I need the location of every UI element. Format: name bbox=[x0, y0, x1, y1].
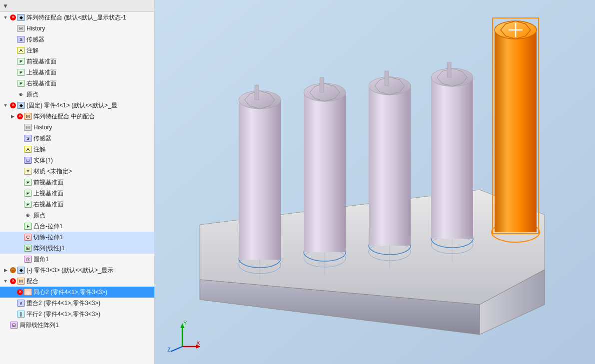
error-badge-array-mate: ✕ bbox=[17, 113, 23, 119]
tree-label-material1: 材质 <未指定> bbox=[33, 166, 72, 176]
error-badge-top-assembly: ✕ bbox=[10, 14, 16, 20]
expander-boss-extrude1 bbox=[16, 223, 23, 230]
tree-label-top-plane1: 上视基准面 bbox=[26, 67, 56, 77]
expander-material1 bbox=[16, 168, 23, 175]
tree-label-sensor1: 传感器 bbox=[26, 34, 44, 44]
svg-text:X: X bbox=[196, 340, 200, 346]
icon-history-history1: H bbox=[17, 25, 25, 32]
tree-item-array-mate[interactable]: ▶✕M阵列特征配合 中的配合 bbox=[0, 111, 154, 122]
expander-origin2 bbox=[16, 212, 23, 219]
tree-item-front-plane2[interactable]: P前视基准面 bbox=[0, 177, 154, 188]
icon-array-linear-array1: ⊞ bbox=[24, 245, 32, 252]
tree-label-right-plane1: 右视基准面 bbox=[26, 78, 56, 88]
tree-item-top-plane2[interactable]: P上视基准面 bbox=[0, 188, 154, 199]
tree-label-history1: History bbox=[26, 23, 45, 33]
tree-item-right-plane1[interactable]: P右视基准面 bbox=[0, 78, 154, 89]
tree-item-sensor1[interactable]: S传感器 bbox=[0, 34, 154, 45]
tree-label-front-plane2: 前视基准面 bbox=[33, 177, 63, 187]
tree-item-cut-extrude1[interactable]: C切除-拉伸1 bbox=[0, 232, 154, 243]
icon-plane-right-plane1: P bbox=[17, 80, 25, 87]
tree-item-sensor2[interactable]: S传感器 bbox=[0, 133, 154, 144]
svg-rect-6 bbox=[239, 100, 281, 260]
tree-item-origin2[interactable]: ⊕原点 bbox=[0, 210, 154, 221]
icon-fillet-fillet1: R bbox=[24, 256, 32, 263]
tree-item-material1[interactable]: ≡材质 <未指定> bbox=[0, 166, 154, 177]
tree-label-linear-array1: 阵列(线性)1 bbox=[33, 243, 65, 253]
svg-rect-18 bbox=[369, 86, 411, 246]
icon-coincident-coincident2: ∧ bbox=[17, 300, 25, 307]
tree-label-fillet1: 圆角1 bbox=[33, 254, 49, 264]
expander-component3[interactable]: ▶ bbox=[2, 267, 9, 274]
icon-local-array-local-linear-array1: ⊟ bbox=[10, 322, 18, 329]
3d-viewport: Y X Z bbox=[155, 0, 595, 364]
expander-concentric2 bbox=[9, 289, 16, 296]
expander-local-linear-array1 bbox=[2, 322, 9, 329]
expander-top-plane1 bbox=[9, 69, 16, 76]
expander-array-mate[interactable]: ▶ bbox=[9, 113, 16, 120]
icon-component-component3: ◆ bbox=[17, 267, 25, 274]
scene-svg bbox=[155, 0, 595, 364]
tree-label-component4: (固定) 零件4<1> (默认<<默认>_显 bbox=[26, 100, 117, 110]
tree-item-top-assembly[interactable]: ▼✕◆阵列特征配合 (默认<默认_显示状态-1 bbox=[0, 12, 154, 23]
tree-item-fillet1[interactable]: R圆角1 bbox=[0, 254, 154, 265]
expander-fillet1 bbox=[16, 256, 23, 263]
tree-item-solid1[interactable]: □实体(1) bbox=[0, 155, 154, 166]
expander-parallel2 bbox=[9, 311, 16, 318]
tree-item-local-linear-array1[interactable]: ⊟局部线性阵列1 bbox=[0, 320, 154, 331]
icon-origin-origin1: ⊕ bbox=[17, 91, 25, 98]
expander-component4[interactable]: ▼ bbox=[2, 102, 9, 109]
icon-feature-boss-extrude1: F bbox=[24, 223, 32, 230]
tree-item-component3[interactable]: ▶−◆(-) 零件3<3> (默认<<默认>_显示 bbox=[0, 265, 154, 276]
tree-label-array-mate: 阵列特征配合 中的配合 bbox=[33, 111, 95, 121]
tree-item-origin1[interactable]: ⊕原点 bbox=[0, 89, 154, 100]
tree-label-coincident2: 重合2 (零件4<1>,零件3<3>) bbox=[26, 298, 100, 308]
icon-plane-right-plane2: P bbox=[24, 201, 32, 208]
expander-front-plane1 bbox=[9, 58, 16, 65]
tree-item-top-plane1[interactable]: P上视基准面 bbox=[0, 67, 154, 78]
expander-sensor1 bbox=[9, 36, 16, 43]
tree-item-annotation1[interactable]: A注解 bbox=[0, 45, 154, 56]
expander-annotation1 bbox=[9, 47, 16, 54]
icon-material-material1: ≡ bbox=[24, 168, 32, 175]
tree-item-history1[interactable]: HHistory bbox=[0, 23, 154, 34]
tree-item-concentric2[interactable]: ✕◎同心2 (零件4<1>,零件3<3>) bbox=[0, 287, 154, 298]
tree-label-top-assembly: 阵列特征配合 (默认<默认_显示状态-1 bbox=[26, 12, 126, 22]
svg-rect-29 bbox=[495, 30, 537, 232]
svg-rect-21 bbox=[385, 71, 389, 86]
tree-item-right-plane2[interactable]: P右视基准面 bbox=[0, 199, 154, 210]
tree-label-right-plane2: 右视基准面 bbox=[33, 199, 63, 209]
tree-label-solid1: 实体(1) bbox=[33, 155, 53, 165]
icon-annotation-annotation2: A bbox=[24, 146, 32, 153]
icon-component-component4: ◆ bbox=[17, 102, 25, 109]
expander-annotation2 bbox=[16, 146, 23, 153]
tree-item-history2[interactable]: HHistory bbox=[0, 122, 154, 133]
expander-top-assembly[interactable]: ▼ bbox=[2, 14, 9, 21]
tree-item-mates-group[interactable]: ▼✕M配合 bbox=[0, 276, 154, 287]
svg-rect-9 bbox=[255, 85, 259, 100]
tree-container: ▼✕◆阵列特征配合 (默认<默认_显示状态-1HHistoryS传感器A注解P前… bbox=[0, 12, 154, 331]
expander-coincident2 bbox=[9, 300, 16, 307]
icon-plane-top-plane1: P bbox=[17, 69, 25, 76]
expander-mates-group[interactable]: ▼ bbox=[2, 278, 9, 285]
svg-line-45 bbox=[171, 347, 182, 352]
expander-origin1 bbox=[9, 91, 16, 98]
tree-item-front-plane1[interactable]: P前视基准面 bbox=[0, 56, 154, 67]
error-badge-component4: ✕ bbox=[10, 102, 16, 108]
tree-item-coincident2[interactable]: ∧重合2 (零件4<1>,零件3<3>) bbox=[0, 298, 154, 309]
tree-item-annotation2[interactable]: A注解 bbox=[0, 144, 154, 155]
filter-icon: ▼ bbox=[2, 2, 8, 9]
tree-item-parallel2[interactable]: ∥平行2 (零件4<1>,零件3<3>) bbox=[0, 309, 154, 320]
tree-label-origin1: 原点 bbox=[26, 89, 38, 99]
tree-item-component4[interactable]: ▼✕◆(固定) 零件4<1> (默认<<默认>_显 bbox=[0, 100, 154, 111]
icon-plane-top-plane2: P bbox=[24, 190, 32, 197]
icon-cut-cut-extrude1: C bbox=[24, 234, 32, 241]
tree-item-linear-array1[interactable]: ⊞阵列(线性)1 bbox=[0, 243, 154, 254]
tree-item-boss-extrude1[interactable]: F凸台-拉伸1 bbox=[0, 221, 154, 232]
icon-annotation-annotation1: A bbox=[17, 47, 25, 54]
tree-label-top-plane2: 上视基准面 bbox=[33, 188, 63, 198]
error-badge-concentric2: ✕ bbox=[17, 289, 23, 295]
icon-sensor-sensor1: S bbox=[17, 36, 25, 43]
feature-tree-panel[interactable]: ▼ ▼✕◆阵列特征配合 (默认<默认_显示状态-1HHistoryS传感器A注解… bbox=[0, 0, 155, 364]
tree-label-concentric2: 同心2 (零件4<1>,零件3<3>) bbox=[33, 287, 107, 297]
expander-top-plane2 bbox=[16, 190, 23, 197]
